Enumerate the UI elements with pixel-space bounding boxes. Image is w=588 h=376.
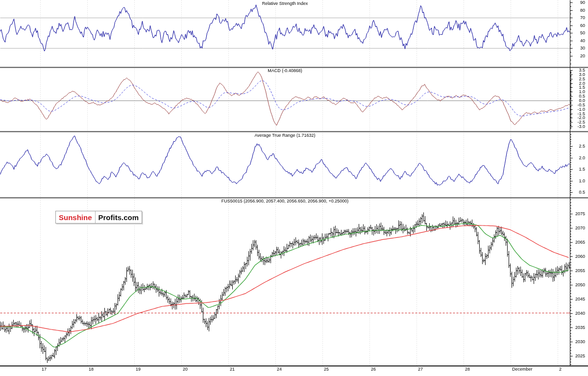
price-y-tick-label: 2040: [571, 311, 585, 316]
x-axis-date-label: 28: [465, 367, 470, 372]
atr-y-tick-label: 2.5: [571, 144, 585, 149]
atr-y-tick-label: 1.0: [571, 178, 585, 183]
rsi-panel-title: Relative Strength Index: [0, 1, 570, 6]
price-y-tick-label: 2055: [571, 268, 585, 273]
x-axis-date-label: 26: [371, 367, 376, 372]
price-y-tick-label: 2025: [571, 353, 585, 358]
logo-sunshine: Sunshine: [56, 211, 95, 223]
rsi-y-tick-label: 50: [571, 30, 585, 35]
x-axis-date-label: 21: [230, 367, 235, 372]
chart-canvas: [0, 0, 588, 376]
rsi-y-tick-label: 90: [571, 0, 585, 5]
rsi-y-tick-label: 60: [571, 23, 585, 28]
price-y-tick-label: 2060: [571, 254, 585, 259]
rsi-y-tick-label: 80: [571, 8, 585, 13]
stockcharts-multi-panel-chart: Relative Strength Index MACD (-0.40868) …: [0, 0, 588, 376]
atr-panel-title: Average True Range (1.71632): [0, 133, 570, 138]
x-axis-date-label: 18: [89, 367, 94, 372]
rsi-y-tick-label: 30: [571, 46, 585, 50]
price-y-tick-label: 2045: [571, 297, 585, 301]
rsi-y-tick-label: 20: [571, 53, 585, 58]
x-axis-date-label: 20: [183, 367, 188, 372]
macd-panel-title: MACD (-0.40868): [0, 68, 570, 73]
rsi-y-tick-label: 70: [571, 15, 585, 20]
logo-profits: Profits.com: [95, 211, 142, 223]
rsi-y-tick-label: 40: [571, 38, 585, 43]
price-y-tick-label: 2065: [571, 240, 585, 245]
price-y-tick-label: 2070: [571, 226, 585, 230]
macd-y-tick-label: -3.0: [571, 124, 585, 129]
price-panel-title: FUS50015 (2056.900, 2057.400, 2056.650, …: [0, 199, 570, 203]
price-y-tick-label: 2050: [571, 282, 585, 287]
sunshine-profits-logo: Sunshine Profits.com: [55, 211, 142, 224]
atr-y-tick-label: 2.0: [571, 155, 585, 160]
x-axis-date-label: 2: [559, 367, 562, 372]
x-axis-date-label: 19: [136, 367, 141, 372]
price-y-tick-label: 2075: [571, 211, 585, 216]
price-y-tick-label: 2030: [571, 339, 585, 344]
x-axis-date-label: 25: [324, 367, 329, 372]
price-y-tick-label: 2035: [571, 325, 585, 330]
x-axis-date-label: 24: [277, 367, 282, 372]
atr-y-tick-label: 0.5: [571, 190, 585, 195]
x-axis-date-label: 27: [418, 367, 423, 372]
x-axis-date-label: 17: [42, 367, 47, 372]
atr-y-tick-label: 1.5: [571, 167, 585, 172]
x-axis-date-label: December: [512, 367, 533, 372]
